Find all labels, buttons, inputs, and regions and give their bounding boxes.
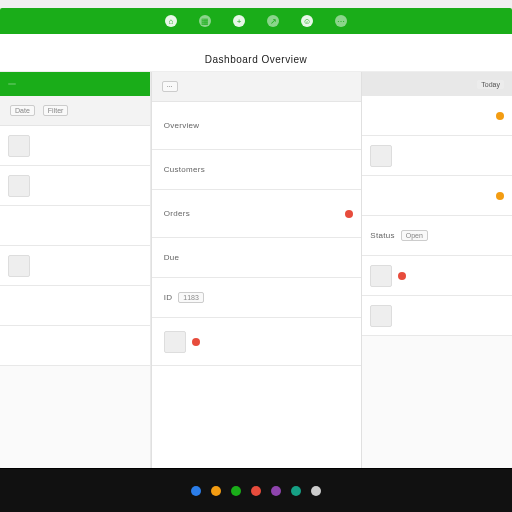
left-column: Date Filter [0,72,151,468]
list-item[interactable] [362,176,512,216]
right-head-chip: Today [477,80,504,89]
list-item[interactable] [0,246,150,286]
row-label: Orders [164,209,190,218]
list-item[interactable] [362,296,512,336]
apps-icon[interactable]: ▦ [199,15,211,27]
list-item[interactable] [0,126,150,166]
list-item[interactable] [362,256,512,296]
topbar: ⌂ ▦ + ↗ ☺ ⋯ [0,8,512,34]
status-dot-icon [496,192,504,200]
list-item[interactable] [0,206,150,246]
share-icon[interactable]: ↗ [267,15,279,27]
list-item[interactable] [362,136,512,176]
row-label: Customers [164,165,205,174]
taskbar-app-icon[interactable] [211,486,221,496]
center-column: ··· Overview Customers Orders Due ID 118… [151,72,363,468]
list-item[interactable]: Customers [152,150,362,190]
page-title: Dashboard Overview [0,34,512,72]
list-item[interactable]: Overview [152,102,362,150]
taskbar-app-icon[interactable] [311,486,321,496]
list-item[interactable] [362,96,512,136]
taskbar-app-icon[interactable] [271,486,281,496]
status-dot-icon [192,338,200,346]
content-area: Date Filter ··· Overview Customers [0,72,512,468]
taskbar-app-icon[interactable] [251,486,261,496]
list-item[interactable] [0,166,150,206]
taskbar [0,468,512,512]
left-head-chip [8,83,16,85]
thumb-icon [370,145,392,167]
row-label: Overview [164,121,200,130]
home-icon[interactable]: ⌂ [165,15,177,27]
user-icon[interactable]: ☺ [301,15,313,27]
list-item[interactable] [0,286,150,326]
list-item[interactable]: Status Open [362,216,512,256]
status-badge: Open [401,230,428,241]
row-label: Status [370,231,394,240]
thumb-icon [370,305,392,327]
id-badge: 1183 [178,292,204,303]
date-badge[interactable]: Date [10,105,35,116]
center-toolbar: ··· [152,72,362,102]
new-icon[interactable]: + [233,15,245,27]
filter-badge[interactable]: Filter [43,105,69,116]
right-column: Today Status Open [362,72,512,468]
status-dot-icon [345,210,353,218]
taskbar-app-icon[interactable] [231,486,241,496]
list-item[interactable]: Orders [152,190,362,238]
thumb-icon [8,135,30,157]
row-label: ID [164,293,173,302]
app-window: ⌂ ▦ + ↗ ☺ ⋯ Dashboard Overview Date Filt… [0,8,512,468]
taskbar-app-icon[interactable] [291,486,301,496]
list-item[interactable]: Due [152,238,362,278]
left-toolbar: Date Filter [0,96,150,126]
taskbar-app-icon[interactable] [191,486,201,496]
right-column-header[interactable]: Today [362,72,512,96]
thumb-icon [370,265,392,287]
status-dot-icon [496,112,504,120]
status-dot-icon [398,272,406,280]
thumb-icon [164,331,186,353]
more-icon[interactable]: ⋯ [335,15,347,27]
thumb-icon [8,175,30,197]
list-item[interactable] [152,318,362,366]
list-item[interactable] [0,326,150,366]
list-item[interactable]: ID 1183 [152,278,362,318]
thumb-icon [8,255,30,277]
row-label: Due [164,253,180,262]
left-column-header[interactable] [0,72,150,96]
toolbar-chip[interactable]: ··· [162,81,178,92]
